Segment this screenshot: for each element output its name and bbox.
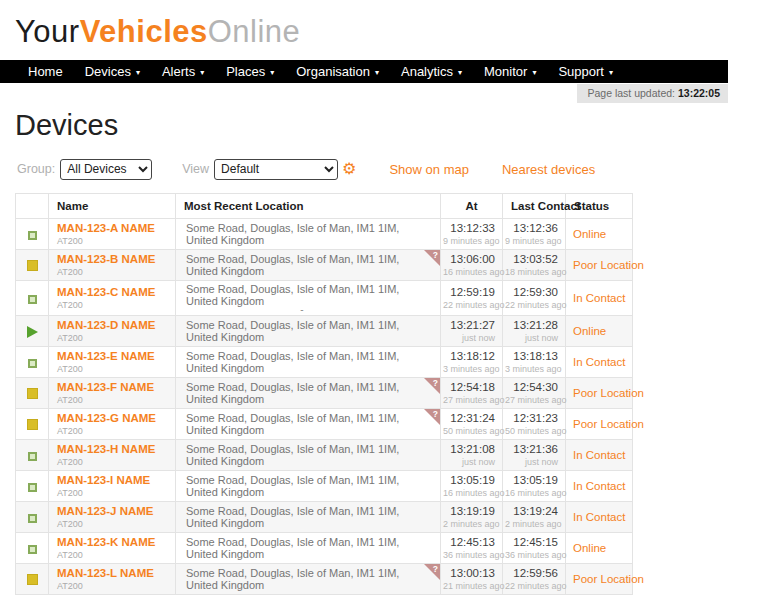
device-name-link[interactable]: MAN-123-H NAME (57, 443, 169, 455)
device-name-cell: MAN-123-H NAME AT200 (49, 440, 176, 471)
device-status-text: Online (573, 228, 606, 240)
device-at-cell: 12:54:18 27 minutes ago (441, 378, 503, 409)
device-row[interactable]: MAN-123-E NAME AT200 Some Road, Douglas,… (16, 347, 633, 378)
device-status-icon-cell (16, 564, 49, 595)
green-square-icon (28, 483, 37, 492)
nav-item-home[interactable]: Home (17, 64, 74, 79)
device-location-cell: Some Road, Douglas, Isle of Man, IM1 1IM… (176, 281, 441, 316)
device-row[interactable]: MAN-123-C NAME AT200 Some Road, Douglas,… (16, 281, 633, 316)
device-row[interactable]: MAN-123-L NAME AT200 Some Road, Douglas,… (16, 564, 633, 595)
last-contact-time-ago: 16 minutes ago (505, 488, 558, 498)
device-name-link[interactable]: MAN-123-K NAME (57, 536, 169, 548)
device-status-icon-cell (16, 281, 49, 316)
group-select[interactable]: All Devices (60, 159, 152, 180)
device-row[interactable]: MAN-123-D NAME AT200 Some Road, Douglas,… (16, 316, 633, 347)
device-name-link[interactable]: MAN-123-J NAME (57, 505, 169, 517)
device-row[interactable]: MAN-123-J NAME AT200 Some Road, Douglas,… (16, 502, 633, 533)
chevron-down-icon: ▾ (375, 68, 379, 77)
device-name-link[interactable]: MAN-123-L NAME (57, 567, 169, 579)
nearest-devices-link[interactable]: Nearest devices (502, 162, 595, 177)
last-contact-time: 12:45:15 (505, 536, 558, 548)
device-at-cell: 13:00:13 21 minutes ago (441, 564, 503, 595)
device-location-cell: Some Road, Douglas, Isle of Man, IM1 1IM… (176, 409, 441, 440)
device-status-text: In Contact (573, 292, 625, 304)
device-row[interactable]: MAN-123-K NAME AT200 Some Road, Douglas,… (16, 533, 633, 564)
device-at-cell: 12:31:24 50 minutes ago (441, 409, 503, 440)
device-name-link[interactable]: MAN-123-I NAME (57, 474, 169, 486)
last-contact-time-ago: 18 minutes ago (505, 267, 558, 277)
green-triangle-icon (27, 326, 38, 338)
page-last-updated-label: Page last updated: (587, 87, 675, 99)
device-location-text: Some Road, Douglas, Isle of Man, IM1 1IM… (186, 319, 399, 343)
device-row[interactable]: MAN-123-B NAME AT200 Some Road, Douglas,… (16, 250, 633, 281)
nav-item-devices[interactable]: Devices ▾ (74, 64, 151, 79)
yellow-square-icon (27, 419, 38, 430)
device-name-link[interactable]: MAN-123-E NAME (57, 350, 169, 362)
device-row[interactable]: MAN-123-A NAME AT200 Some Road, Douglas,… (16, 219, 633, 250)
gear-icon[interactable]: ⚙ (342, 161, 356, 177)
at-time-ago: 36 minutes ago (443, 550, 495, 560)
logo-part-online: Online (208, 14, 301, 49)
device-status-icon-cell (16, 471, 49, 502)
device-name-link[interactable]: MAN-123-F NAME (57, 381, 169, 393)
yellow-square-icon (27, 574, 38, 585)
view-select[interactable]: Default (214, 159, 338, 180)
device-name-link[interactable]: MAN-123-G NAME (57, 412, 169, 424)
device-at-cell: 13:05:19 16 minutes ago (441, 471, 503, 502)
last-contact-time-ago: just now (505, 333, 558, 343)
at-time: 13:19:19 (443, 505, 495, 517)
device-status-icon-cell (16, 409, 49, 440)
last-contact-time-ago: 22 minutes ago (505, 581, 558, 591)
devices-page: YourVehiclesOnline Home Devices ▾ Alerts… (0, 0, 765, 600)
last-contact-time-ago: 50 minutes ago (505, 426, 558, 436)
device-row[interactable]: MAN-123-G NAME AT200 Some Road, Douglas,… (16, 409, 633, 440)
nav-item-monitor[interactable]: Monitor ▾ (473, 64, 547, 79)
question-badge-glyph: ? (433, 564, 438, 574)
device-status-text: In Contact (573, 511, 625, 523)
nav-item-places[interactable]: Places ▾ (215, 64, 285, 79)
at-time-ago: 9 minutes ago (443, 236, 495, 246)
device-row[interactable]: MAN-123-H NAME AT200 Some Road, Douglas,… (16, 440, 633, 471)
device-status-icon-cell (16, 533, 49, 564)
device-model-label: AT200 (57, 550, 169, 560)
device-last-contact-cell: 12:31:23 50 minutes ago (503, 409, 566, 440)
device-status-icon-cell (16, 347, 49, 378)
device-at-cell: 13:19:19 2 minutes ago (441, 502, 503, 533)
device-location-cell: Some Road, Douglas, Isle of Man, IM1 1IM… (176, 316, 441, 347)
device-model-label: AT200 (57, 300, 169, 310)
device-last-contact-cell: 12:54:30 27 minutes ago (503, 378, 566, 409)
chevron-down-icon: ▾ (609, 68, 613, 77)
yellow-square-icon (27, 388, 38, 399)
show-on-map-link[interactable]: Show on map (389, 162, 469, 177)
nav-item-support[interactable]: Support ▾ (547, 64, 624, 79)
device-at-cell: 13:21:08 just now (441, 440, 503, 471)
chevron-down-icon: ▾ (270, 68, 274, 77)
device-at-cell: 13:18:12 3 minutes ago (441, 347, 503, 378)
devices-table: Name Most Recent Location At Last Contac… (15, 193, 633, 595)
nav-item-analytics[interactable]: Analytics ▾ (390, 64, 473, 79)
device-name-link[interactable]: MAN-123-C NAME (57, 286, 169, 298)
at-time: 13:00:13 (443, 567, 495, 579)
last-contact-time: 13:03:52 (505, 253, 558, 265)
device-name-link[interactable]: MAN-123-D NAME (57, 319, 169, 331)
device-name-cell: MAN-123-E NAME AT200 (49, 347, 176, 378)
device-last-contact-cell: 13:03:52 18 minutes ago (503, 250, 566, 281)
device-row[interactable]: MAN-123-I NAME AT200 Some Road, Douglas,… (16, 471, 633, 502)
nav-item-alerts[interactable]: Alerts ▾ (151, 64, 215, 79)
device-model-label: AT200 (57, 333, 169, 343)
device-name-cell: MAN-123-K NAME AT200 (49, 533, 176, 564)
device-last-contact-cell: 13:21:28 just now (503, 316, 566, 347)
last-contact-time: 12:59:56 (505, 567, 558, 579)
view-label: View (182, 162, 209, 176)
header-most-recent-location: Most Recent Location (176, 194, 441, 219)
nav-item-organisation[interactable]: Organisation ▾ (285, 64, 390, 79)
list-controls: Group: All Devices View Default ⚙ Show o… (17, 158, 765, 180)
question-badge-glyph: ? (433, 409, 438, 419)
last-contact-time-ago: 9 minutes ago (505, 236, 558, 246)
device-name-link[interactable]: MAN-123-B NAME (57, 253, 169, 265)
device-row[interactable]: MAN-123-F NAME AT200 Some Road, Douglas,… (16, 378, 633, 409)
device-name-link[interactable]: MAN-123-A NAME (57, 222, 169, 234)
last-contact-time-ago: 22 minutes ago (505, 300, 558, 310)
at-time: 12:45:13 (443, 536, 495, 548)
device-status-icon-cell (16, 440, 49, 471)
